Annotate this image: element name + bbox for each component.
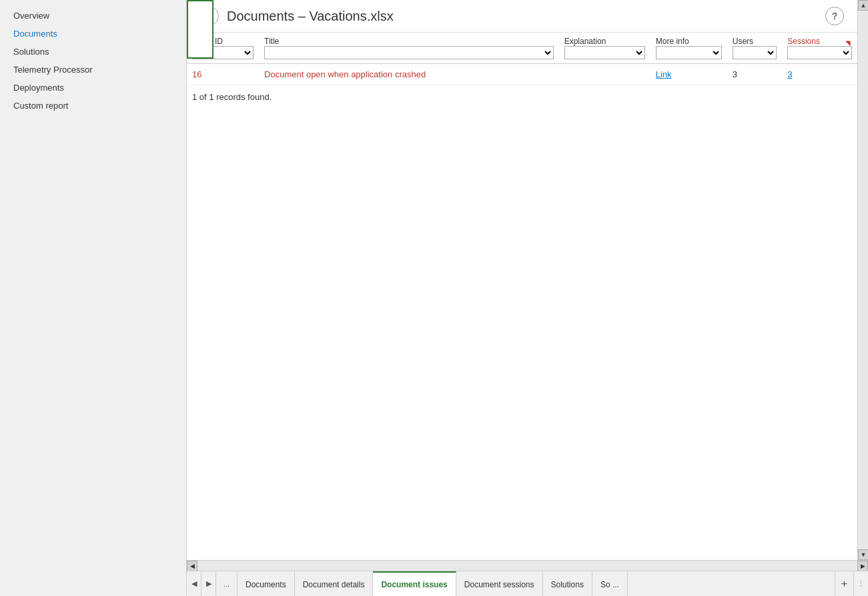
sort-indicator-sessions: ◥ xyxy=(845,39,851,47)
scroll-up-button[interactable]: ▲ xyxy=(858,0,868,11)
vertical-scrollbar: ▲ ▼ xyxy=(857,0,868,560)
tab-so-more[interactable]: So ... xyxy=(592,571,628,596)
sidebar-item-custom-report[interactable]: Custom report xyxy=(0,97,186,115)
cell-sessions[interactable]: 3 xyxy=(782,64,857,85)
col-header-title: Title xyxy=(259,33,559,64)
data-table: Event IDTitleExplanationMore infoUsersSe… xyxy=(187,33,857,85)
tab-document-details[interactable]: Document details xyxy=(295,571,374,596)
filter-users[interactable] xyxy=(733,46,777,59)
records-info: 1 of 1 records found. xyxy=(187,85,857,109)
tab-next-button[interactable]: ▶ xyxy=(201,571,216,596)
page-title: Documents – Vacations.xlsx xyxy=(227,9,825,24)
scroll-down-button[interactable]: ▼ xyxy=(858,549,868,560)
cell-users: 3 xyxy=(727,64,782,85)
sidebar-item-documents[interactable]: Documents xyxy=(0,25,186,43)
green-box-selection xyxy=(187,0,213,59)
table-container: Event IDTitleExplanationMore infoUsersSe… xyxy=(187,33,857,560)
sidebar-item-telemetry-processor[interactable]: Telemetry Processor xyxy=(0,61,186,79)
col-header-sessions: Sessions◥ xyxy=(782,33,857,64)
sessions-link[interactable]: 3 xyxy=(787,69,792,79)
table-row: 16Document open when application crashed… xyxy=(187,64,857,85)
cell-explanation xyxy=(559,64,650,85)
col-header-users: Users xyxy=(727,33,782,64)
sidebar-item-solutions[interactable]: Solutions xyxy=(0,43,186,61)
tab-more-button[interactable]: ... xyxy=(216,571,238,596)
cell-event-id: 16 xyxy=(187,64,259,85)
filter-title[interactable] xyxy=(264,46,554,59)
tab-solutions[interactable]: Solutions xyxy=(543,571,592,596)
content-area: ◀ Documents – Vacations.xlsx ? Event IDT… xyxy=(187,0,857,560)
tab-add-button[interactable]: + xyxy=(835,571,853,596)
col-header-more-info: More info xyxy=(650,33,727,64)
more-info-link[interactable]: Link xyxy=(656,69,672,79)
scroll-thumb[interactable] xyxy=(858,11,868,549)
tab-document-issues[interactable]: Document issues xyxy=(373,571,456,596)
scroll-right-button[interactable]: ▶ xyxy=(857,561,868,571)
filter-sessions[interactable] xyxy=(787,46,852,59)
scroll-track[interactable] xyxy=(197,561,857,571)
horizontal-scrollbar: ◀ ▶ xyxy=(187,560,868,571)
content-header: ◀ Documents – Vacations.xlsx ? xyxy=(187,0,857,33)
cell-title: Document open when application crashed xyxy=(259,64,559,85)
sidebar-item-overview[interactable]: Overview xyxy=(0,7,186,25)
sidebar: OverviewDocumentsSolutionsTelemetry Proc… xyxy=(0,0,187,596)
filter-explanation[interactable] xyxy=(564,46,645,59)
tab-documents[interactable]: Documents xyxy=(238,571,295,596)
help-button[interactable]: ? xyxy=(825,7,844,25)
bottom-tab-bar: ◀ ▶ ... DocumentsDocument detailsDocumen… xyxy=(187,571,868,596)
tab-menu-button[interactable]: ⋮ xyxy=(853,571,868,596)
col-header-explanation: Explanation xyxy=(559,33,650,64)
tab-prev-button[interactable]: ◀ xyxy=(187,571,201,596)
scroll-left-button[interactable]: ◀ xyxy=(187,561,197,571)
filter-more-info[interactable] xyxy=(656,46,722,59)
tab-document-sessions[interactable]: Document sessions xyxy=(456,571,543,596)
cell-more-info[interactable]: Link xyxy=(650,64,727,85)
sidebar-item-deployments[interactable]: Deployments xyxy=(0,79,186,97)
